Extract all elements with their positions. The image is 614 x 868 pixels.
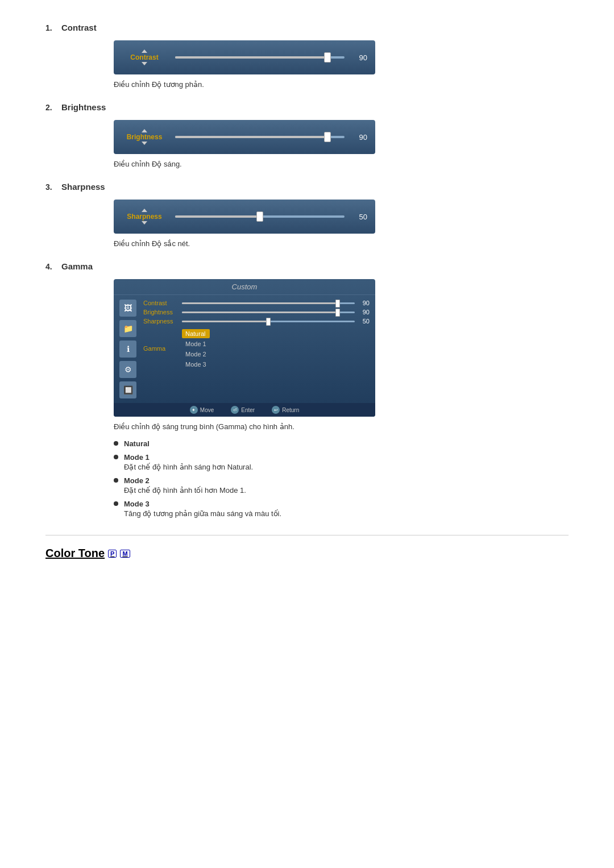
contrast-arrow-down[interactable] [142, 62, 147, 65]
bullet-dot-mode3 [114, 501, 118, 506]
brightness-description: Điều chỉnh Độ sáng. [114, 160, 569, 168]
gamma-footer-enter-label: Enter [241, 407, 255, 413]
bullet-mode3: Mode 3 Tăng độ tương phản giữa màu sáng … [114, 499, 569, 518]
brightness-fill [175, 136, 327, 138]
gamma-menu: Custom 🖼 📁 ℹ ⚙ 🔲 Contrast [114, 279, 375, 417]
gamma-icon-3: ℹ [119, 340, 136, 358]
gamma-mini-track-sharpness [182, 321, 355, 322]
bullet-title-mode2: Mode 2 [124, 476, 150, 485]
gamma-section: 4. Gamma Custom 🖼 📁 ℹ ⚙ 🔲 [45, 261, 569, 518]
gamma-option-mode1[interactable]: Mode 1 [182, 339, 210, 348]
contrast-arrow-up[interactable] [142, 49, 147, 53]
brightness-slider-box: Brightness 90 [114, 120, 375, 154]
contrast-slider-box: Contrast 90 [114, 40, 375, 74]
brightness-arrow-down[interactable] [142, 142, 147, 145]
section-divider [45, 535, 569, 535]
sharpness-track-area[interactable] [175, 215, 345, 218]
gamma-footer-move-label: Move [200, 407, 214, 413]
gamma-mini-thumb-contrast[interactable] [335, 300, 340, 308]
bullet-natural: Natural [114, 439, 569, 448]
gamma-icon-5: 🔲 [119, 381, 136, 398]
gamma-mini-fill-sharpness [182, 321, 268, 322]
sharpness-value: 50 [351, 213, 367, 221]
gamma-menu-title: Custom [114, 279, 375, 295]
gamma-option-mode2[interactable]: Mode 2 [182, 350, 210, 359]
bullet-title-mode1: Mode 1 [124, 453, 150, 462]
gamma-rows-col: Contrast 90 Brightness [143, 300, 370, 398]
sharpness-arrow-down[interactable] [142, 221, 147, 225]
gamma-mini-val-contrast: 90 [358, 300, 370, 306]
gamma-row-brightness: Brightness 90 [143, 309, 370, 315]
gamma-description: Điều chỉnh độ sáng trung bình (Gamma) ch… [114, 422, 569, 431]
sharpness-section: 3. Sharpness Sharpness 50 Điều chỉnh Độ … [45, 182, 569, 248]
gamma-mini-fill-brightness [182, 312, 338, 313]
gamma-numbered-item: 4. Gamma [45, 261, 569, 271]
gamma-icons-col: 🖼 📁 ℹ ⚙ 🔲 [119, 300, 136, 398]
gamma-mini-val-sharpness: 50 [358, 318, 370, 325]
color-tone-label: Color Tone [45, 547, 105, 560]
brightness-thumb[interactable] [324, 132, 331, 142]
gamma-row-gamma-label: Gamma [143, 345, 182, 352]
sharpness-arrow-up[interactable] [142, 209, 147, 212]
bullet-dot-natural [114, 441, 118, 446]
sharpness-track[interactable] [175, 215, 345, 218]
bullet-desc-mode3: Tăng độ tương phản giữa màu sáng và màu … [124, 509, 281, 518]
gamma-row-gamma: Gamma Natural Mode 1 Mode 2 Mode 3 [143, 327, 370, 370]
brightness-section: 2. Brightness Brightness 90 Điều chỉnh Đ… [45, 102, 569, 168]
sharpness-number: 3. [45, 182, 61, 192]
brightness-slider-label: Brightness [127, 133, 163, 141]
move-icon: ✦ [190, 406, 198, 414]
gamma-number: 4. [45, 261, 61, 271]
gamma-bullet-list: Natural Mode 1 Đặt chế độ hình ảnh sáng … [114, 439, 569, 518]
bullet-dot-mode1 [114, 455, 118, 459]
sharpness-description: Điều chỉnh Độ sắc nét. [114, 239, 569, 248]
gamma-title: Gamma [61, 261, 93, 271]
contrast-number: 1. [45, 23, 61, 32]
contrast-track[interactable] [175, 56, 345, 59]
gamma-option-natural[interactable]: Natural [182, 329, 210, 338]
contrast-fill [175, 56, 327, 59]
gamma-icon-1: 🖼 [119, 300, 136, 317]
gamma-mini-track-contrast [182, 302, 355, 304]
gamma-option-mode3[interactable]: Mode 3 [182, 360, 210, 369]
gamma-row-contrast-label: Contrast [143, 300, 182, 306]
brightness-arrow-up[interactable] [142, 129, 147, 132]
bullet-content-mode2: Mode 2 Đặt chế độ hình ảnh tối hơn Mode … [124, 476, 246, 495]
brightness-track[interactable] [175, 136, 345, 138]
gamma-footer-return-label: Return [282, 407, 299, 413]
brightness-track-area[interactable] [175, 136, 345, 138]
sharpness-numbered-item: 3. Sharpness [45, 182, 569, 192]
contrast-slider-label: Contrast [130, 53, 158, 61]
gamma-mini-fill-contrast [182, 302, 338, 304]
contrast-description: Điều chỉnh Độ tương phản. [114, 80, 569, 89]
contrast-arrows-down [142, 61, 147, 66]
bullet-title-mode3: Mode 3 [124, 500, 150, 508]
contrast-numbered-item: 1. Contrast [45, 23, 569, 32]
gamma-footer: ✦ Move ⏎ Enter ↩ Return [114, 403, 375, 417]
return-icon: ↩ [272, 406, 280, 414]
color-tone-badge-m: M [120, 550, 130, 558]
bullet-content-mode3: Mode 3 Tăng độ tương phản giữa màu sáng … [124, 499, 281, 518]
gamma-row-contrast: Contrast 90 [143, 300, 370, 306]
color-tone-section: Color Tone P M [45, 547, 569, 560]
brightness-value: 90 [351, 133, 367, 142]
contrast-value: 90 [351, 53, 367, 62]
color-tone-badge-p: P [108, 550, 117, 558]
sharpness-label-col: Sharpness [122, 208, 167, 225]
contrast-track-area[interactable] [175, 56, 345, 59]
gamma-options: Natural Mode 1 Mode 2 Mode 3 [182, 329, 210, 370]
bullet-title-natural: Natural [124, 439, 150, 448]
sharpness-thumb[interactable] [256, 211, 263, 222]
contrast-thumb[interactable] [324, 52, 331, 63]
gamma-menu-wrapper: Custom 🖼 📁 ℹ ⚙ 🔲 Contrast [114, 279, 375, 417]
contrast-section: 1. Contrast Contrast 90 Điều chỉnh [45, 23, 569, 89]
bullet-mode2: Mode 2 Đặt chế độ hình ảnh tối hơn Mode … [114, 476, 569, 495]
gamma-mini-thumb-sharpness[interactable] [266, 318, 271, 326]
gamma-footer-return: ↩ Return [272, 406, 299, 414]
contrast-arrows [142, 49, 147, 53]
enter-icon: ⏎ [231, 406, 239, 414]
gamma-footer-move: ✦ Move [190, 406, 214, 414]
gamma-mini-thumb-brightness[interactable] [335, 309, 340, 317]
page-content: 1. Contrast Contrast 90 Điều chỉnh [0, 0, 614, 583]
bullet-desc-mode2: Đặt chế độ hình ảnh tối hơn Mode 1. [124, 486, 246, 495]
